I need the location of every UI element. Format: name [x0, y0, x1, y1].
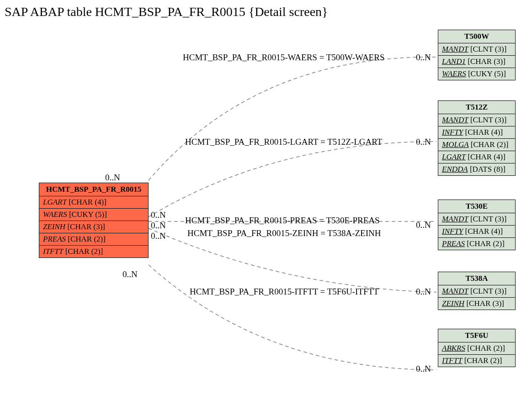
entity-field: WAERS [CUKY (5)] — [438, 68, 515, 80]
cardinality-right-4: 0..N — [416, 364, 431, 374]
field-name: ZEINH — [442, 299, 464, 308]
field-name: ENDDA — [442, 165, 468, 174]
field-type: [CHAR (2)] — [63, 247, 103, 256]
entity-field: ENDDA [DATS (8)] — [438, 163, 515, 175]
relation-label-4: HCMT_BSP_PA_FR_R0015-ITFTT = T5F6U-ITFTT — [190, 287, 379, 297]
entity-field: INFTY [CHAR (4)] — [438, 226, 515, 238]
field-type: [CLNT (3)] — [468, 116, 507, 124]
field-name: LGART — [43, 198, 67, 206]
field-type: [CHAR (3)] — [65, 222, 105, 231]
field-name: ABKRS — [442, 344, 465, 352]
field-type: [CHAR (4)] — [466, 153, 505, 161]
entity-field: MANDT [CLNT (3)] — [438, 213, 515, 226]
entity-field: ITFTT [CHAR (2)] — [39, 246, 148, 258]
entity-field: LGART [CHAR (4)] — [438, 151, 515, 163]
entity-field: WAERS [CUKY (5)] — [39, 209, 148, 221]
relation-label-0: HCMT_BSP_PA_FR_R0015-WAERS = T500W-WAERS — [183, 53, 384, 63]
entity-t538a: T538A MANDT [CLNT (3)]ZEINH [CHAR (3)] — [438, 272, 516, 310]
entity-t500w: T500W MANDT [CLNT (3)]LAND1 [CHAR (3)]WA… — [438, 30, 516, 80]
entity-field: PREAS [CHAR (2)] — [39, 233, 148, 246]
entity-name: T538A — [438, 272, 515, 285]
entity-name: T512Z — [438, 101, 515, 114]
relation-label-3: HCMT_BSP_PA_FR_R0015-ZEINH = T538A-ZEINH — [187, 228, 381, 238]
entity-field: MANDT [CLNT (3)] — [438, 285, 515, 298]
field-type: [CHAR (3)] — [466, 57, 505, 66]
field-name: ITFTT — [43, 247, 63, 256]
cardinality-right-3: 0..N — [416, 287, 431, 297]
field-type: [CLNT (3)] — [468, 45, 507, 53]
field-type: [CHAR (2)] — [465, 344, 505, 352]
cardinality-right-0: 0..N — [416, 53, 431, 63]
page-title: SAP ABAP table HCMT_BSP_PA_FR_R0015 {Det… — [5, 5, 328, 19]
cardinality-right-2: 0..N — [416, 220, 431, 230]
cardinality-left-4: 0..N — [122, 269, 138, 279]
entity-t5f6u: T5F6U ABKRS [CHAR (2)]ITFTT [CHAR (2)] — [438, 329, 516, 367]
cardinality-left-1: 0..N — [151, 210, 166, 220]
field-name: ZEINH — [43, 222, 65, 231]
entity-field: ZEINH [CHAR (3)] — [438, 298, 515, 310]
entity-name: T500W — [438, 30, 515, 43]
field-name: PREAS — [442, 239, 465, 248]
field-name: WAERS — [442, 69, 466, 78]
entity-name: T5F6U — [438, 329, 515, 342]
cardinality-left-0: 0..N — [105, 173, 120, 183]
entity-field: MANDT [CLNT (3)] — [438, 43, 515, 56]
field-type: [CHAR (4)] — [67, 198, 106, 206]
field-type: [CHAR (3)] — [464, 299, 504, 308]
field-type: [CHAR (4)] — [463, 128, 503, 137]
field-type: [CHAR (2)] — [465, 239, 505, 248]
field-name: MOLGA — [442, 140, 469, 149]
entity-field: ABKRS [CHAR (2)] — [438, 342, 515, 355]
field-type: [CUKY (5)] — [67, 210, 107, 219]
field-name: MANDT — [442, 287, 468, 295]
field-name: LAND1 — [442, 57, 466, 66]
field-name: INFTY — [442, 128, 463, 137]
entity-t530e: T530E MANDT [CLNT (3)]INFTY [CHAR (4)]PR… — [438, 200, 516, 250]
field-name: WAERS — [43, 210, 67, 219]
field-name: MANDT — [442, 116, 468, 124]
entity-main: HCMT_BSP_PA_FR_R0015 LGART [CHAR (4)]WAE… — [39, 183, 149, 258]
entity-field: MOLGA [CHAR (2)] — [438, 139, 515, 151]
field-name: LGART — [442, 153, 466, 161]
entity-field: ITFTT [CHAR (2)] — [438, 355, 515, 367]
entity-t512z: T512Z MANDT [CLNT (3)]INFTY [CHAR (4)]MO… — [438, 100, 516, 176]
entity-main-name: HCMT_BSP_PA_FR_R0015 — [39, 183, 148, 196]
entity-field: ZEINH [CHAR (3)] — [39, 221, 148, 233]
cardinality-right-1: 0..N — [416, 137, 431, 147]
field-name: ITFTT — [442, 356, 462, 365]
field-type: [CHAR (4)] — [463, 227, 503, 236]
entity-name: T530E — [438, 200, 515, 213]
entity-field: INFTY [CHAR (4)] — [438, 126, 515, 139]
entity-field: MANDT [CLNT (3)] — [438, 114, 515, 126]
field-type: [DATS (8)] — [468, 165, 505, 174]
cardinality-left-2: 0..N — [151, 221, 166, 231]
field-type: [CUKY (5)] — [466, 69, 506, 78]
field-name: MANDT — [442, 45, 468, 53]
entity-field: LGART [CHAR (4)] — [39, 196, 148, 209]
field-type: [CLNT (3)] — [468, 287, 507, 295]
field-name: PREAS — [43, 235, 66, 243]
entity-field: PREAS [CHAR (2)] — [438, 238, 515, 250]
relation-label-2: HCMT_BSP_PA_FR_R0015-PREAS = T530E-PREAS — [185, 216, 380, 226]
relation-label-1: HCMT_BSP_PA_FR_R0015-LGART = T512Z-LGART — [185, 137, 382, 147]
field-name: MANDT — [442, 215, 468, 223]
field-type: [CHAR (2)] — [462, 356, 502, 365]
field-type: [CHAR (2)] — [469, 140, 509, 149]
field-name: INFTY — [442, 227, 463, 236]
field-type: [CHAR (2)] — [66, 235, 106, 243]
field-type: [CLNT (3)] — [468, 215, 507, 223]
entity-field: LAND1 [CHAR (3)] — [438, 56, 515, 68]
cardinality-left-3: 0..N — [151, 231, 166, 241]
